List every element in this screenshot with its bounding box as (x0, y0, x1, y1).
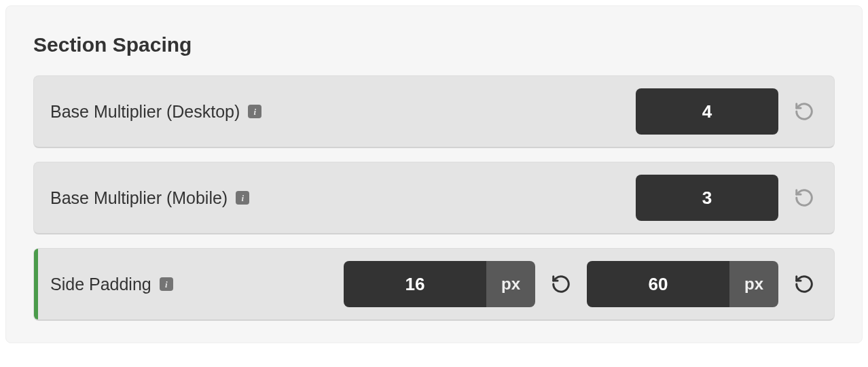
undo-icon (794, 101, 814, 122)
unit-selector-a[interactable]: px (486, 261, 535, 307)
row-label: Side Padding (50, 275, 151, 294)
label-wrap: Base Multiplier (Desktop) i (50, 102, 636, 122)
label-wrap: Side Padding i (50, 275, 344, 294)
side-padding-b: px (587, 261, 778, 307)
section-spacing-panel: Section Spacing Base Multiplier (Desktop… (5, 5, 863, 343)
mobile-multiplier-input[interactable] (636, 175, 778, 221)
side-padding-a-input[interactable] (344, 261, 486, 307)
side-padding-b-input[interactable] (587, 261, 729, 307)
side-padding-a: px (344, 261, 535, 307)
reset-button-a[interactable] (547, 270, 575, 298)
controls: px px (344, 261, 818, 307)
section-title: Section Spacing (33, 33, 835, 56)
info-icon[interactable]: i (248, 105, 261, 118)
controls (636, 175, 818, 221)
unit-selector-b[interactable]: px (729, 261, 778, 307)
controls (636, 88, 818, 135)
row-side-padding: Side Padding i px px (33, 248, 835, 321)
label-wrap: Base Multiplier (Mobile) i (50, 188, 636, 208)
reset-button-b[interactable] (791, 270, 818, 298)
info-icon[interactable]: i (236, 191, 249, 205)
info-icon[interactable]: i (160, 277, 173, 291)
undo-icon (794, 188, 814, 208)
row-label: Base Multiplier (Mobile) (50, 188, 228, 208)
desktop-multiplier-input[interactable] (636, 88, 778, 135)
row-base-multiplier-mobile: Base Multiplier (Mobile) i (33, 162, 835, 234)
reset-button[interactable] (791, 184, 818, 211)
row-base-multiplier-desktop: Base Multiplier (Desktop) i (33, 75, 835, 148)
row-label: Base Multiplier (Desktop) (50, 102, 240, 122)
undo-icon (794, 274, 814, 294)
undo-icon (551, 274, 571, 294)
reset-button[interactable] (791, 98, 818, 125)
